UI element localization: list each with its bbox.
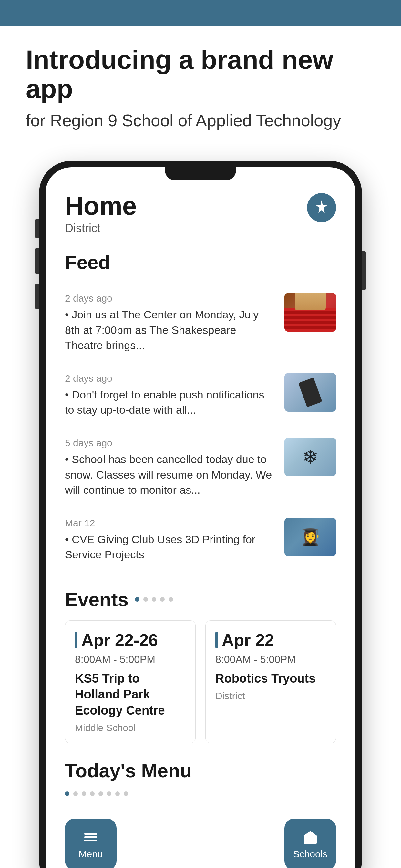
menu-icon (83, 829, 99, 845)
dot-inactive[interactable] (98, 792, 103, 796)
screen-header: Home District (65, 193, 336, 235)
event-card[interactable]: Apr 22 8:00AM - 5:00PM Robotics Tryouts … (205, 620, 336, 743)
phone-side-button-mute (35, 219, 39, 238)
event-time: 8:00AM - 5:00PM (75, 654, 186, 665)
feed-item-text: 2 days ago • Join us at The Center on Mo… (65, 293, 275, 353)
star-icon (313, 199, 330, 216)
dot-active[interactable] (65, 792, 69, 796)
intro-title: Introducing a brand new app (26, 45, 375, 103)
feed-item[interactable]: Mar 12 • CVE Giving Club Uses 3D Printin… (65, 508, 336, 572)
feed-image-snow (284, 438, 336, 476)
dot-inactive[interactable] (168, 597, 173, 601)
app-title: Home (65, 193, 136, 219)
events-section: Events (65, 588, 336, 743)
svg-rect-5 (308, 839, 312, 844)
feed-list: 2 days ago • Join us at The Center on Mo… (65, 283, 336, 572)
phone-side-button-vol-down (35, 283, 39, 309)
event-date-bar (215, 631, 218, 648)
event-time: 8:00AM - 5:00PM (215, 654, 326, 665)
events-dots (135, 597, 173, 601)
svg-rect-2 (84, 840, 97, 841)
feed-timestamp: Mar 12 (65, 518, 275, 529)
feed-image-theater (284, 293, 336, 332)
dot-inactive[interactable] (124, 792, 128, 796)
feed-description: • Join us at The Center on Monday, July … (65, 307, 275, 353)
feed-item[interactable]: 5 days ago • School has been cancelled t… (65, 428, 336, 508)
menu-nav-button[interactable]: Menu (65, 818, 117, 868)
menu-btn-label: Menu (79, 848, 103, 860)
app-subtitle: District (65, 221, 136, 235)
star-badge[interactable] (307, 193, 336, 222)
top-bar (0, 0, 401, 26)
feed-item-text: 2 days ago • Don't forget to enable push… (65, 373, 275, 418)
feed-description: • School has been cancelled today due to… (65, 452, 275, 498)
dot-inactive[interactable] (73, 792, 78, 796)
dot-inactive[interactable] (82, 792, 86, 796)
feed-item[interactable]: 2 days ago • Don't forget to enable push… (65, 363, 336, 428)
schools-btn-label: Schools (293, 848, 328, 860)
feed-item-text: 5 days ago • School has been cancelled t… (65, 438, 275, 498)
bottom-nav: Menu Schools (45, 809, 356, 868)
feed-timestamp: 5 days ago (65, 438, 275, 448)
feed-description: • CVE Giving Club Uses 3D Printing for S… (65, 532, 275, 562)
school-icon (302, 829, 318, 845)
feed-timestamp: 2 days ago (65, 293, 275, 304)
intro-section: Introducing a brand new app for Region 9… (0, 26, 401, 148)
event-name: Robotics Tryouts (215, 671, 326, 686)
events-header: Events (65, 588, 336, 611)
phone-screen: Home District Feed (45, 167, 356, 868)
dot-inactive[interactable] (143, 597, 148, 601)
dot-inactive[interactable] (90, 792, 95, 796)
phone-side-button-vol-up (35, 248, 39, 274)
schools-nav-button[interactable]: Schools (284, 818, 336, 868)
event-date: Apr 22-26 (75, 630, 186, 650)
dot-inactive[interactable] (160, 597, 165, 601)
feed-image-students (284, 518, 336, 556)
event-date-bar (75, 631, 78, 648)
svg-rect-9 (313, 836, 314, 843)
svg-marker-4 (303, 831, 318, 836)
menu-section: Today's Menu (65, 760, 336, 802)
dot-inactive[interactable] (107, 792, 112, 796)
feed-section-title: Feed (65, 251, 336, 274)
page-wrapper: Introducing a brand new app for Region 9… (0, 0, 401, 868)
feed-image-phone (284, 373, 336, 412)
feed-item-text: Mar 12 • CVE Giving Club Uses 3D Printin… (65, 518, 275, 562)
feed-item[interactable]: 2 days ago • Join us at The Center on Mo… (65, 283, 336, 363)
event-date: Apr 22 (215, 630, 326, 650)
phone-wrapper: Home District Feed (0, 148, 401, 868)
feed-timestamp: 2 days ago (65, 373, 275, 384)
events-section-title: Events (65, 588, 128, 611)
svg-rect-1 (84, 836, 97, 838)
dot-inactive[interactable] (115, 792, 120, 796)
svg-rect-8 (307, 836, 308, 843)
event-location: Middle School (75, 722, 186, 733)
screen-content: Home District Feed (45, 167, 356, 802)
phone-side-button-power (362, 251, 366, 290)
dot-inactive[interactable] (152, 597, 156, 601)
feed-description: • Don't forget to enable push notificati… (65, 387, 275, 418)
events-cards: Apr 22-26 8:00AM - 5:00PM KS5 Trip to Ho… (65, 620, 336, 743)
menu-section-title: Today's Menu (65, 760, 336, 782)
svg-rect-0 (84, 833, 97, 835)
event-name: KS5 Trip to Holland Park Ecology Centre (75, 671, 186, 718)
dot-active[interactable] (135, 597, 140, 601)
menu-dots (65, 792, 336, 796)
header-left: Home District (65, 193, 136, 235)
intro-subtitle: for Region 9 School of Applied Technolog… (26, 110, 375, 132)
phone-frame: Home District Feed (39, 161, 362, 868)
event-location: District (215, 690, 326, 702)
event-card[interactable]: Apr 22-26 8:00AM - 5:00PM KS5 Trip to Ho… (65, 620, 196, 743)
phone-notch (165, 167, 236, 180)
